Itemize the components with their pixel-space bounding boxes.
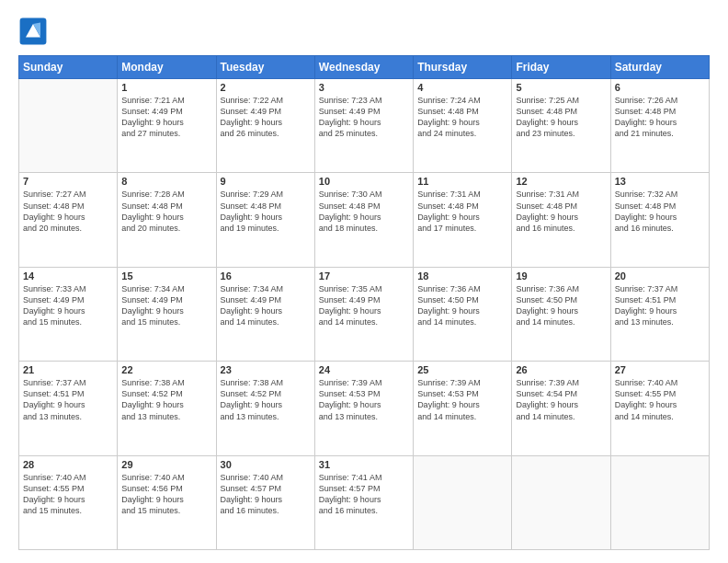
calendar-table: SundayMondayTuesdayWednesdayThursdayFrid… <box>18 55 710 550</box>
day-number: 16 <box>221 270 311 282</box>
day-info: Sunrise: 7:32 AMSunset: 4:48 PMDaylight:… <box>615 189 705 234</box>
page: SundayMondayTuesdayWednesdayThursdayFrid… <box>0 0 728 563</box>
day-info: Sunrise: 7:31 AMSunset: 4:48 PMDaylight:… <box>417 189 507 234</box>
calendar-cell: 19Sunrise: 7:36 AMSunset: 4:50 PMDayligh… <box>512 267 610 361</box>
day-info: Sunrise: 7:40 AMSunset: 4:56 PMDaylight:… <box>121 472 211 517</box>
calendar-cell <box>19 79 118 173</box>
calendar-cell: 17Sunrise: 7:35 AMSunset: 4:49 PMDayligh… <box>314 267 413 361</box>
day-info: Sunrise: 7:33 AMSunset: 4:49 PMDaylight:… <box>23 283 113 328</box>
day-number: 11 <box>417 176 507 187</box>
header <box>18 17 710 46</box>
day-number: 2 <box>221 82 311 93</box>
day-number: 28 <box>23 459 113 470</box>
day-info: Sunrise: 7:38 AMSunset: 4:52 PMDaylight:… <box>121 377 211 422</box>
calendar-cell: 15Sunrise: 7:34 AMSunset: 4:49 PMDayligh… <box>118 267 216 361</box>
calendar-week-row: 7Sunrise: 7:27 AMSunset: 4:48 PMDaylight… <box>19 173 710 267</box>
calendar-cell: 3Sunrise: 7:23 AMSunset: 4:49 PMDaylight… <box>314 79 413 173</box>
calendar-cell: 8Sunrise: 7:28 AMSunset: 4:48 PMDaylight… <box>118 173 216 267</box>
day-number: 5 <box>516 82 606 93</box>
calendar-week-row: 14Sunrise: 7:33 AMSunset: 4:49 PMDayligh… <box>19 267 710 361</box>
day-number: 30 <box>221 459 311 470</box>
day-info: Sunrise: 7:22 AMSunset: 4:49 PMDaylight:… <box>221 95 311 140</box>
calendar-week-row: 21Sunrise: 7:37 AMSunset: 4:51 PMDayligh… <box>19 362 710 455</box>
calendar-cell: 10Sunrise: 7:30 AMSunset: 4:48 PMDayligh… <box>314 173 413 267</box>
logo <box>18 17 51 46</box>
day-number: 25 <box>417 364 507 375</box>
day-number: 13 <box>615 176 705 187</box>
calendar-header-row: SundayMondayTuesdayWednesdayThursdayFrid… <box>19 56 710 79</box>
calendar-week-row: 1Sunrise: 7:21 AMSunset: 4:49 PMDaylight… <box>19 79 710 173</box>
calendar-cell: 7Sunrise: 7:27 AMSunset: 4:48 PMDaylight… <box>19 173 118 267</box>
calendar-cell: 27Sunrise: 7:40 AMSunset: 4:55 PMDayligh… <box>610 362 709 455</box>
day-info: Sunrise: 7:28 AMSunset: 4:48 PMDaylight:… <box>121 189 211 234</box>
day-number: 7 <box>23 176 113 187</box>
day-info: Sunrise: 7:36 AMSunset: 4:50 PMDaylight:… <box>516 283 606 328</box>
calendar-cell: 28Sunrise: 7:40 AMSunset: 4:55 PMDayligh… <box>19 455 118 549</box>
calendar-cell: 12Sunrise: 7:31 AMSunset: 4:48 PMDayligh… <box>512 173 610 267</box>
calendar-cell: 20Sunrise: 7:37 AMSunset: 4:51 PMDayligh… <box>610 267 709 361</box>
calendar-cell: 2Sunrise: 7:22 AMSunset: 4:49 PMDaylight… <box>216 79 314 173</box>
day-number: 6 <box>615 82 705 93</box>
calendar-cell: 1Sunrise: 7:21 AMSunset: 4:49 PMDaylight… <box>118 79 216 173</box>
day-number: 1 <box>121 82 211 93</box>
day-number: 10 <box>319 176 409 187</box>
calendar-cell: 29Sunrise: 7:40 AMSunset: 4:56 PMDayligh… <box>118 455 216 549</box>
day-number: 12 <box>516 176 606 187</box>
weekday-header: Wednesday <box>314 56 413 79</box>
calendar-cell: 6Sunrise: 7:26 AMSunset: 4:48 PMDaylight… <box>610 79 709 173</box>
day-info: Sunrise: 7:40 AMSunset: 4:57 PMDaylight:… <box>221 472 311 517</box>
weekday-header: Monday <box>118 56 216 79</box>
day-number: 18 <box>417 270 507 282</box>
calendar-cell: 11Sunrise: 7:31 AMSunset: 4:48 PMDayligh… <box>414 173 512 267</box>
calendar-cell <box>610 455 709 549</box>
day-info: Sunrise: 7:37 AMSunset: 4:51 PMDaylight:… <box>615 283 705 328</box>
day-number: 14 <box>23 270 113 282</box>
day-info: Sunrise: 7:34 AMSunset: 4:49 PMDaylight:… <box>221 283 311 328</box>
calendar-cell: 4Sunrise: 7:24 AMSunset: 4:48 PMDaylight… <box>414 79 512 173</box>
day-info: Sunrise: 7:25 AMSunset: 4:48 PMDaylight:… <box>516 95 606 140</box>
calendar-cell: 25Sunrise: 7:39 AMSunset: 4:53 PMDayligh… <box>414 362 512 455</box>
weekday-header: Thursday <box>414 56 512 79</box>
calendar-cell: 22Sunrise: 7:38 AMSunset: 4:52 PMDayligh… <box>118 362 216 455</box>
day-info: Sunrise: 7:36 AMSunset: 4:50 PMDaylight:… <box>417 283 507 328</box>
calendar-cell: 5Sunrise: 7:25 AMSunset: 4:48 PMDaylight… <box>512 79 610 173</box>
calendar-cell: 16Sunrise: 7:34 AMSunset: 4:49 PMDayligh… <box>216 267 314 361</box>
day-number: 21 <box>23 364 113 375</box>
day-number: 26 <box>516 364 606 375</box>
day-info: Sunrise: 7:41 AMSunset: 4:57 PMDaylight:… <box>319 472 409 517</box>
calendar-cell: 24Sunrise: 7:39 AMSunset: 4:53 PMDayligh… <box>314 362 413 455</box>
calendar-cell: 31Sunrise: 7:41 AMSunset: 4:57 PMDayligh… <box>314 455 413 549</box>
calendar-cell: 13Sunrise: 7:32 AMSunset: 4:48 PMDayligh… <box>610 173 709 267</box>
day-info: Sunrise: 7:34 AMSunset: 4:49 PMDaylight:… <box>121 283 211 328</box>
day-info: Sunrise: 7:21 AMSunset: 4:49 PMDaylight:… <box>121 95 211 140</box>
day-number: 23 <box>221 364 311 375</box>
day-info: Sunrise: 7:38 AMSunset: 4:52 PMDaylight:… <box>221 377 311 422</box>
calendar-cell <box>512 455 610 549</box>
day-info: Sunrise: 7:37 AMSunset: 4:51 PMDaylight:… <box>23 377 113 422</box>
day-info: Sunrise: 7:24 AMSunset: 4:48 PMDaylight:… <box>417 95 507 140</box>
day-info: Sunrise: 7:23 AMSunset: 4:49 PMDaylight:… <box>319 95 409 140</box>
day-info: Sunrise: 7:27 AMSunset: 4:48 PMDaylight:… <box>23 189 113 234</box>
weekday-header: Saturday <box>610 56 709 79</box>
logo-icon <box>18 17 48 46</box>
calendar-cell <box>414 455 512 549</box>
calendar-cell: 30Sunrise: 7:40 AMSunset: 4:57 PMDayligh… <box>216 455 314 549</box>
weekday-header: Friday <box>512 56 610 79</box>
day-info: Sunrise: 7:35 AMSunset: 4:49 PMDaylight:… <box>319 283 409 328</box>
day-number: 17 <box>319 270 409 282</box>
day-number: 3 <box>319 82 409 93</box>
day-number: 15 <box>121 270 211 282</box>
day-number: 24 <box>319 364 409 375</box>
day-info: Sunrise: 7:31 AMSunset: 4:48 PMDaylight:… <box>516 189 606 234</box>
day-info: Sunrise: 7:40 AMSunset: 4:55 PMDaylight:… <box>23 472 113 517</box>
day-info: Sunrise: 7:29 AMSunset: 4:48 PMDaylight:… <box>221 189 311 234</box>
day-number: 8 <box>121 176 211 187</box>
day-info: Sunrise: 7:30 AMSunset: 4:48 PMDaylight:… <box>319 189 409 234</box>
calendar-cell: 21Sunrise: 7:37 AMSunset: 4:51 PMDayligh… <box>19 362 118 455</box>
day-number: 9 <box>221 176 311 187</box>
calendar-week-row: 28Sunrise: 7:40 AMSunset: 4:55 PMDayligh… <box>19 455 710 549</box>
day-info: Sunrise: 7:40 AMSunset: 4:55 PMDaylight:… <box>615 377 705 422</box>
calendar-cell: 18Sunrise: 7:36 AMSunset: 4:50 PMDayligh… <box>414 267 512 361</box>
day-info: Sunrise: 7:39 AMSunset: 4:54 PMDaylight:… <box>516 377 606 422</box>
calendar-cell: 14Sunrise: 7:33 AMSunset: 4:49 PMDayligh… <box>19 267 118 361</box>
